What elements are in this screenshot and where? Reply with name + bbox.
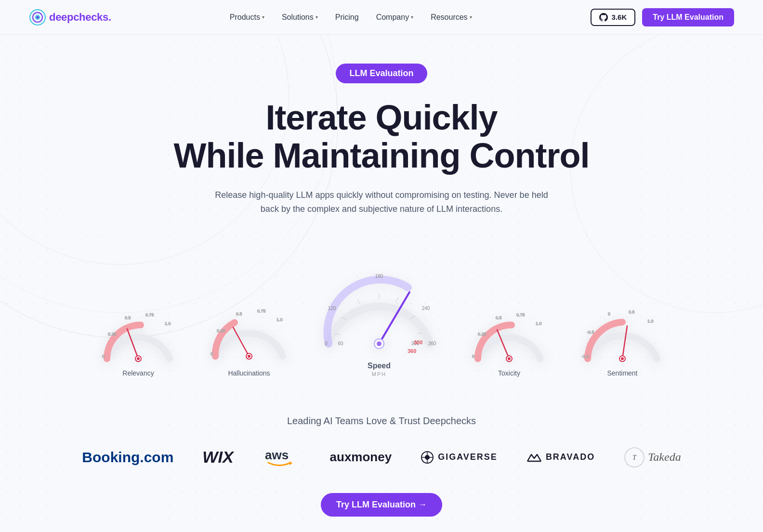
hero-subtitle: Release high-quality LLM apps quickly wi… <box>213 188 550 216</box>
bottom-cta-section: Try LLM Evaluation → <box>0 483 763 532</box>
svg-point-54 <box>621 357 624 360</box>
toxicity-label: Toxicity <box>468 369 550 377</box>
svg-text:1.0: 1.0 <box>536 321 542 326</box>
logo-auxmoney: auxmoney <box>330 450 392 465</box>
svg-line-29 <box>379 292 409 344</box>
toxicity-gauge-svg: 0 0.25 0.5 0.75 1.0 <box>468 306 550 363</box>
trust-section: Leading AI Teams Love & Trust Deepchecks… <box>0 396 763 483</box>
chevron-down-icon: ▾ <box>262 14 264 20</box>
logo-aws: aws <box>263 446 301 469</box>
gauges-section: 0 0.25 0.5 0.75 1.0 Relevancy 0 0.25 0.5… <box>0 260 763 396</box>
logo-booking: Booking.com <box>82 449 173 466</box>
svg-marker-56 <box>289 461 292 465</box>
svg-text:240: 240 <box>422 306 430 311</box>
trust-title: Leading AI Teams Love & Trust Deepchecks <box>10 415 753 427</box>
svg-point-19 <box>248 355 250 358</box>
nav-link-resources[interactable]: Resources ▾ <box>431 13 472 22</box>
svg-text:0.5: 0.5 <box>125 315 131 320</box>
chevron-down-icon: ▾ <box>470 14 472 20</box>
try-llm-button[interactable]: Try LLM Evaluation <box>642 8 734 26</box>
hero-title: Iterate Quickly While Maintaining Contro… <box>10 99 753 175</box>
svg-text:0.25: 0.25 <box>108 332 117 337</box>
bottom-try-button[interactable]: Try LLM Evaluation → <box>321 493 442 517</box>
takeda-text: Takeda <box>648 451 681 464</box>
booking-text: Booking.com <box>82 449 173 466</box>
logo-icon <box>29 9 46 26</box>
svg-line-52 <box>622 326 627 359</box>
svg-line-44 <box>497 330 509 359</box>
navigation: deepchecks. Products ▾ Solutions ▾ Prici… <box>0 0 763 35</box>
svg-text:120: 120 <box>328 306 336 311</box>
gauge-relevancy: 0 0.25 0.5 0.75 1.0 Relevancy <box>97 306 179 377</box>
aws-svg-icon: aws <box>263 446 301 469</box>
speed-label: Speed <box>319 362 439 370</box>
svg-text:0.5: 0.5 <box>496 315 502 320</box>
svg-text:1.0: 1.0 <box>647 319 654 324</box>
nav-item-products[interactable]: Products ▾ <box>230 13 264 22</box>
svg-line-34 <box>395 297 398 302</box>
sentiment-label: Sentiment <box>579 369 666 377</box>
svg-text:360: 360 <box>428 341 436 346</box>
bravado-text: BRAVADO <box>546 452 595 462</box>
svg-text:0: 0 <box>325 341 328 346</box>
svg-text:-0.5: -0.5 <box>587 330 594 335</box>
svg-text:1.0: 1.0 <box>165 321 171 326</box>
logo-text: deepchecks. <box>49 11 111 24</box>
logo[interactable]: deepchecks. <box>29 9 111 26</box>
gigaverse-text: GIGAVERSE <box>438 452 498 462</box>
svg-text:-1.0: -1.0 <box>581 354 589 359</box>
logo-gigaverse: GIGAVERSE <box>421 451 498 464</box>
svg-text:360: 360 <box>408 348 416 354</box>
relevancy-label: Relevancy <box>97 369 179 377</box>
chevron-down-icon: ▾ <box>316 14 318 20</box>
svg-point-11 <box>137 357 140 360</box>
svg-text:180: 180 <box>375 273 383 279</box>
svg-text:0.25: 0.25 <box>217 328 225 333</box>
svg-text:aws: aws <box>265 448 289 462</box>
svg-text:1.0: 1.0 <box>276 317 283 322</box>
hero-badge: LLM Evaluation <box>336 64 427 83</box>
svg-text:300: 300 <box>414 339 422 345</box>
svg-text:0.75: 0.75 <box>145 312 154 317</box>
svg-text:T: T <box>632 454 637 461</box>
svg-line-33 <box>357 299 360 304</box>
nav-item-company[interactable]: Company ▾ <box>376 13 413 22</box>
takeda-circle-icon: T <box>624 447 645 468</box>
svg-text:0: 0 <box>608 311 610 316</box>
nav-link-pricing[interactable]: Pricing <box>335 13 359 22</box>
hallucinations-gauge-svg: 0 0.25 0.5 0.75 1.0 <box>208 301 290 363</box>
svg-text:60: 60 <box>338 341 343 346</box>
svg-line-9 <box>127 329 138 359</box>
gauge-hallucinations: 0 0.25 0.5 0.75 1.0 Hallucinations <box>208 301 290 377</box>
svg-text:0.25: 0.25 <box>478 332 487 337</box>
speed-gauge-svg: 180 120 240 60 300 0 360 300 360 <box>319 260 439 356</box>
nav-links: Products ▾ Solutions ▾ Pricing Company ▾… <box>230 13 472 22</box>
nav-item-resources[interactable]: Resources ▾ <box>431 13 472 22</box>
github-icon <box>599 13 608 22</box>
svg-text:0.75: 0.75 <box>257 309 266 313</box>
logo-wix: WIX <box>202 448 233 467</box>
bravado-icon <box>526 451 542 464</box>
svg-point-3 <box>37 16 39 18</box>
svg-text:0: 0 <box>210 351 213 356</box>
svg-text:0.5: 0.5 <box>629 310 635 314</box>
hero-section: LLM Evaluation Iterate Quickly While Mai… <box>0 35 763 260</box>
nav-actions: 3.6K Try LLM Evaluation <box>591 8 734 26</box>
nav-link-products[interactable]: Products ▾ <box>230 13 264 22</box>
logo-bravado: BRAVADO <box>526 451 595 464</box>
svg-point-31 <box>377 341 382 346</box>
gigaverse-icon <box>421 451 434 464</box>
nav-item-solutions[interactable]: Solutions ▾ <box>282 13 318 22</box>
relevancy-gauge-svg: 0 0.25 0.5 0.75 1.0 <box>97 306 179 363</box>
nav-link-solutions[interactable]: Solutions ▾ <box>282 13 318 22</box>
github-button[interactable]: 3.6K <box>591 9 636 26</box>
nav-link-company[interactable]: Company ▾ <box>376 13 413 22</box>
hallucinations-label: Hallucinations <box>208 369 290 377</box>
nav-item-pricing[interactable]: Pricing <box>335 13 359 22</box>
gauge-toxicity: 0 0.25 0.5 0.75 1.0 Toxicity <box>468 306 550 377</box>
auxmoney-text: auxmoney <box>330 450 392 465</box>
svg-point-46 <box>508 357 511 360</box>
github-count: 3.6K <box>612 13 627 21</box>
svg-text:0: 0 <box>472 354 474 359</box>
chevron-down-icon: ▾ <box>411 14 413 20</box>
